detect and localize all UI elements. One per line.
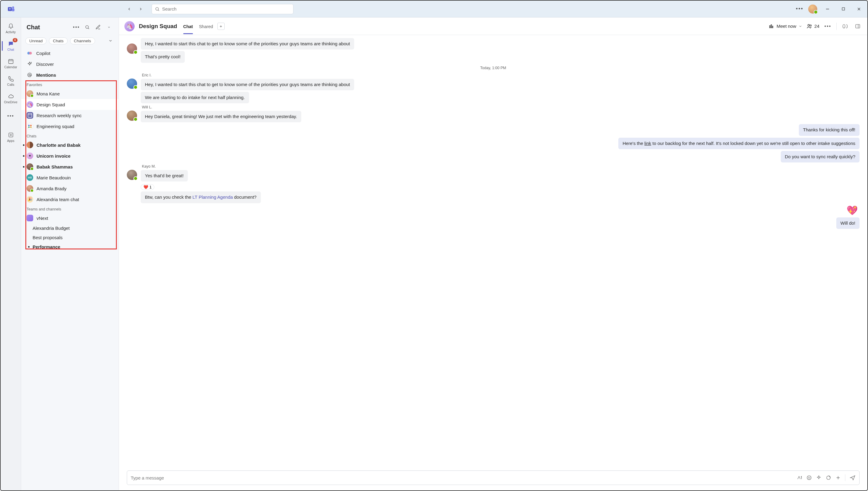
message-bubble: That's pretty cool!	[141, 51, 185, 62]
message-avatar	[127, 170, 137, 180]
favorite-engineering-squad[interactable]: Engineering squad	[21, 121, 119, 132]
emoji-icon[interactable]	[806, 475, 812, 481]
svg-rect-7	[842, 7, 844, 10]
avatar	[27, 215, 33, 221]
composer-input[interactable]	[131, 475, 794, 481]
settings-more-icon[interactable]: •••	[796, 6, 803, 12]
unread-dot	[28, 246, 30, 248]
chat-babak-shammas[interactable]: Babak Shammas	[21, 161, 119, 172]
chat-badge: 4	[13, 38, 18, 42]
rail-more[interactable]: •••	[2, 108, 20, 124]
chat-label: Charlotte and Babak	[36, 143, 114, 148]
rail-chat[interactable]: 4 Chat	[2, 37, 20, 54]
send-button[interactable]	[849, 475, 856, 481]
people-button[interactable]: 24	[806, 23, 819, 29]
message-composer[interactable]	[127, 470, 860, 485]
pill-channels[interactable]: Channels	[70, 37, 95, 45]
svg-point-33	[810, 25, 812, 26]
tab-shared[interactable]: Shared	[199, 19, 213, 34]
chat-marie-beaudouin[interactable]: MBMarie Beaudouin	[21, 172, 119, 183]
chat-unicorn-invoice[interactable]: ✦Unicorn invoice	[21, 150, 119, 161]
favorite-research-sync[interactable]: Research weekly sync	[21, 110, 119, 121]
sidebar-more-icon[interactable]: •••	[72, 23, 81, 31]
pill-expand-icon[interactable]	[107, 37, 114, 45]
loop-icon[interactable]	[826, 475, 831, 481]
forward-button[interactable]	[136, 4, 146, 14]
new-chat-icon[interactable]	[94, 23, 102, 31]
plus-icon[interactable]	[835, 475, 841, 481]
message-sender: Will L.	[142, 105, 301, 109]
nav-mentions[interactable]: Mentions	[21, 69, 119, 80]
nav-copilot[interactable]: Copilot	[21, 48, 119, 59]
sparkle-icon[interactable]	[816, 475, 821, 481]
tab-chat[interactable]: Chat	[183, 19, 193, 34]
nav-discover[interactable]: Discover	[21, 59, 119, 69]
chat-title: Design Squad	[139, 23, 177, 30]
format-icon[interactable]	[797, 475, 802, 481]
message-bubble-mine: Do you want to sync really quickly?	[781, 151, 860, 163]
search-input[interactable]	[162, 6, 290, 11]
avatar	[27, 90, 33, 97]
svg-point-32	[808, 24, 810, 26]
meet-now-button[interactable]: Meet now	[769, 24, 802, 29]
message-bubble-mine: Here's the link to our backlog for the n…	[618, 138, 860, 149]
maximize-button[interactable]	[838, 5, 849, 13]
chat-amanda-brady[interactable]: Amanda Brady	[21, 183, 119, 194]
messages-scroll[interactable]: Hey, I wanted to start this chat to get …	[119, 35, 867, 467]
pill-unread[interactable]: Unread	[25, 37, 47, 45]
close-button[interactable]	[854, 5, 864, 13]
channel-performance[interactable]: Performance	[21, 242, 119, 252]
rail-onedrive[interactable]: OneDrive	[2, 90, 20, 107]
meet-icon	[769, 24, 774, 29]
svg-point-21	[31, 62, 31, 63]
search-icon	[155, 7, 160, 11]
chat-label: Mona Kane	[36, 91, 114, 96]
meet-label: Meet now	[777, 24, 796, 29]
channel-label: Alexandria Budget	[33, 226, 70, 231]
app-rail: Activity 4 Chat Calendar Calls OneDrive …	[1, 18, 21, 490]
teams-logo: T	[4, 5, 19, 13]
channel-alexandria-budget[interactable]: Alexandria Budget	[21, 224, 119, 233]
chat-alexandria-team[interactable]: 🎉Alexandria team chat	[21, 194, 119, 205]
avatar	[27, 185, 33, 192]
message-avatar	[127, 44, 137, 54]
mentions-icon	[27, 72, 33, 78]
chat-charlotte-babak[interactable]: Charlotte and Babak	[21, 140, 119, 150]
rail-label: Apps	[7, 139, 14, 143]
rail-calls[interactable]: Calls	[2, 73, 20, 89]
chat-avatar: 🦄	[124, 21, 134, 31]
channel-best-proposals[interactable]: Best proposals	[21, 233, 119, 242]
filter-search-icon[interactable]	[83, 23, 91, 31]
rail-label: Chat	[7, 48, 14, 51]
rail-label: Activity	[6, 30, 16, 34]
copilot-pane-icon[interactable]	[841, 22, 849, 30]
add-tab-button[interactable]: +	[217, 23, 225, 30]
team-vnext[interactable]: vNext	[21, 212, 119, 224]
people-count: 24	[814, 24, 819, 29]
svg-point-36	[807, 475, 811, 480]
avatar	[27, 123, 33, 129]
rail-calendar[interactable]: Calendar	[2, 55, 20, 72]
copilot-icon	[27, 50, 33, 56]
open-pane-icon[interactable]	[854, 22, 862, 30]
message-bubble: Yes that'd be great!	[141, 170, 188, 181]
new-chat-chevron-icon[interactable]	[105, 23, 113, 31]
search-box[interactable]	[152, 4, 294, 14]
navlink-label: Mentions	[36, 73, 56, 78]
rail-activity[interactable]: Activity	[2, 20, 20, 37]
channel-label: Best proposals	[33, 235, 62, 240]
message-bubble-mine: Thanks for kicking this off!	[799, 124, 860, 136]
minimize-button[interactable]	[822, 5, 833, 13]
rail-apps[interactable]: Apps	[2, 128, 20, 146]
message-sender: Eric I.	[142, 73, 354, 77]
svg-rect-30	[771, 25, 772, 28]
favorite-mona-kane[interactable]: Mona Kane	[21, 88, 119, 99]
back-button[interactable]	[124, 4, 134, 14]
inline-link[interactable]: LT Planning Agenda	[192, 195, 233, 200]
pill-chats[interactable]: Chats	[49, 37, 67, 45]
favorite-design-squad[interactable]: 🦄Design Squad	[21, 99, 119, 110]
user-avatar[interactable]	[808, 4, 817, 13]
reaction-pill[interactable]: ❤️ 1	[141, 184, 154, 190]
inline-link[interactable]: link	[644, 141, 651, 146]
header-more-icon[interactable]: •••	[824, 22, 832, 30]
